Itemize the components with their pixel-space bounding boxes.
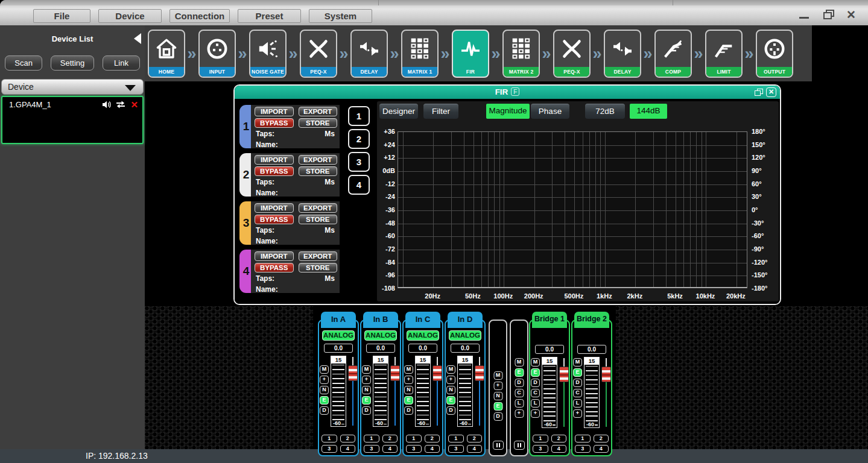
key-M[interactable]: M bbox=[493, 371, 502, 380]
route-3[interactable]: 3 bbox=[364, 445, 379, 453]
tab-144db[interactable]: 144dB bbox=[630, 104, 667, 119]
tab-phase[interactable]: Phase bbox=[531, 104, 569, 119]
strip-header[interactable]: Bridge 2 bbox=[574, 312, 609, 328]
panel-restore-icon[interactable] bbox=[755, 89, 762, 96]
import-button[interactable]: IMPORT bbox=[255, 107, 294, 116]
chain-tile-fir[interactable]: FIR bbox=[452, 30, 489, 78]
minimize-icon[interactable] bbox=[799, 17, 809, 19]
fader[interactable] bbox=[432, 357, 442, 426]
bypass-button[interactable]: BYPASS bbox=[255, 263, 294, 272]
key-E[interactable]: E bbox=[362, 396, 371, 405]
route-4[interactable]: 4 bbox=[340, 445, 356, 453]
strip-header[interactable]: In C bbox=[405, 312, 440, 328]
key-D[interactable]: D bbox=[404, 406, 413, 415]
strip-header[interactable]: In B bbox=[363, 312, 398, 328]
menu-device[interactable]: Device bbox=[98, 9, 162, 23]
panel-close-icon[interactable]: ✕ bbox=[766, 87, 776, 97]
key-D[interactable]: D bbox=[362, 406, 371, 415]
chain-tile-peq-x[interactable]: PEQ-X bbox=[553, 30, 591, 78]
route-3[interactable]: 3 bbox=[322, 445, 337, 453]
route-2[interactable]: 2 bbox=[594, 435, 609, 443]
fir-response-plot[interactable] bbox=[398, 131, 747, 288]
bypass-button[interactable]: BYPASS bbox=[255, 166, 294, 176]
chain-tile-output[interactable]: OUTPUT bbox=[756, 30, 793, 78]
route-2[interactable]: 2 bbox=[382, 435, 398, 443]
export-button[interactable]: EXPORT bbox=[299, 203, 338, 213]
chain-tile-peq-x[interactable]: PEQ-X bbox=[300, 30, 337, 78]
route-2[interactable]: 2 bbox=[467, 435, 483, 443]
route-2[interactable]: 2 bbox=[551, 435, 567, 443]
key-M[interactable]: M bbox=[446, 365, 455, 374]
fader[interactable] bbox=[559, 358, 569, 427]
strip-header[interactable]: Bridge 1 bbox=[532, 312, 567, 328]
fir-preset-4[interactable]: 4 bbox=[348, 175, 370, 195]
tab-designer[interactable]: Designer bbox=[379, 104, 418, 119]
chain-tile-delay[interactable]: DELAY bbox=[604, 30, 641, 78]
key-E[interactable]: E bbox=[446, 396, 455, 405]
tab-72db[interactable]: 72dB bbox=[585, 104, 625, 119]
route-4[interactable]: 4 bbox=[382, 445, 398, 453]
key-C[interactable]: C bbox=[573, 389, 582, 397]
key-C[interactable]: C bbox=[515, 389, 524, 397]
tab-filter[interactable]: Filter bbox=[423, 104, 458, 119]
tab-magnitude[interactable]: Magnitude bbox=[486, 104, 530, 119]
device-dropdown[interactable]: Device bbox=[1, 79, 144, 95]
key-+[interactable]: + bbox=[531, 409, 540, 418]
route-4[interactable]: 4 bbox=[467, 445, 483, 453]
menu-file[interactable]: File bbox=[33, 9, 90, 23]
key-E[interactable]: E bbox=[573, 368, 582, 377]
strip-header[interactable]: In A bbox=[321, 312, 356, 328]
chain-tile-input[interactable]: INPUT bbox=[198, 30, 236, 78]
key-N[interactable]: N bbox=[320, 386, 329, 394]
key-D[interactable]: D bbox=[515, 379, 524, 387]
route-3[interactable]: 3 bbox=[448, 445, 464, 453]
strip-header[interactable]: In D bbox=[448, 312, 483, 328]
key-+[interactable]: + bbox=[404, 376, 413, 384]
chain-tile-matrix-1[interactable]: MATRIX 1 bbox=[401, 30, 439, 78]
analog-button[interactable]: ANALOG bbox=[449, 330, 481, 341]
chain-tile-comp[interactable]: COMP bbox=[654, 30, 692, 78]
bypass-button[interactable]: BYPASS bbox=[255, 118, 294, 128]
key-+[interactable]: + bbox=[320, 376, 329, 384]
fader-toggle-icon[interactable] bbox=[493, 441, 504, 450]
restore-icon[interactable] bbox=[823, 11, 832, 19]
store-button[interactable]: STORE bbox=[299, 263, 338, 272]
fir-preset-3[interactable]: 3 bbox=[348, 152, 370, 172]
import-button[interactable]: IMPORT bbox=[255, 251, 294, 261]
menu-preset[interactable]: Preset bbox=[238, 9, 301, 23]
bypass-button[interactable]: BYPASS bbox=[255, 215, 294, 224]
chain-tile-home[interactable]: HOME bbox=[148, 30, 185, 78]
key-E[interactable]: E bbox=[320, 396, 329, 405]
route-2[interactable]: 2 bbox=[340, 435, 356, 443]
menu-connection[interactable]: Connection bbox=[169, 9, 230, 23]
key-E[interactable]: E bbox=[493, 402, 502, 411]
route-2[interactable]: 2 bbox=[425, 435, 440, 443]
key-M[interactable]: M bbox=[362, 365, 371, 374]
scan-button[interactable]: Scan bbox=[5, 55, 42, 71]
key-L[interactable]: L bbox=[531, 399, 540, 408]
store-button[interactable]: STORE bbox=[299, 118, 338, 128]
key-+[interactable]: + bbox=[446, 376, 455, 384]
key-E[interactable]: E bbox=[404, 396, 413, 405]
chain-tile-matrix-2[interactable]: MATRIX 2 bbox=[502, 30, 540, 78]
export-button[interactable]: EXPORT bbox=[299, 107, 338, 116]
import-button[interactable]: IMPORT bbox=[255, 203, 294, 213]
fader[interactable] bbox=[475, 357, 484, 426]
fader-handle[interactable] bbox=[348, 365, 358, 381]
fader[interactable] bbox=[348, 357, 358, 426]
chain-tile-delay[interactable]: DELAY bbox=[350, 30, 388, 78]
key-E[interactable]: E bbox=[531, 368, 540, 377]
key-L[interactable]: L bbox=[515, 399, 524, 408]
fader-toggle-icon[interactable] bbox=[514, 441, 525, 450]
route-1[interactable]: 1 bbox=[533, 435, 548, 443]
key-+[interactable]: + bbox=[573, 409, 582, 418]
menu-system[interactable]: System bbox=[309, 9, 372, 23]
speaker-icon[interactable] bbox=[102, 100, 112, 109]
analog-button[interactable]: ANALOG bbox=[364, 330, 397, 341]
route-1[interactable]: 1 bbox=[448, 435, 464, 443]
chain-tile-limit[interactable]: LIMIT bbox=[705, 30, 743, 78]
route-3[interactable]: 3 bbox=[575, 445, 591, 453]
fir-panel-header[interactable]: FIRF ✕ bbox=[235, 86, 780, 99]
key-E[interactable]: E bbox=[515, 368, 524, 377]
fader-handle[interactable] bbox=[475, 365, 484, 381]
